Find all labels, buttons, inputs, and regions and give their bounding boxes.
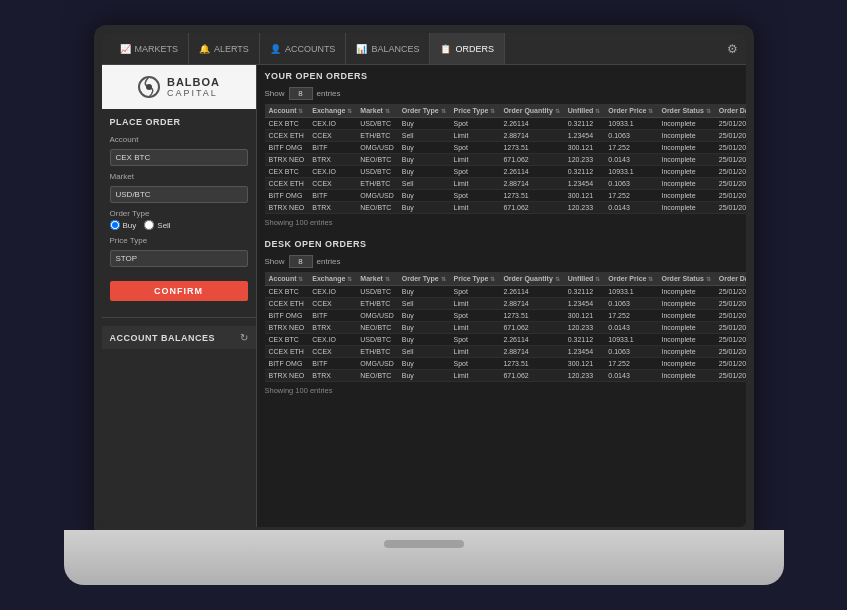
cell-unfilled: 120.233: [564, 202, 605, 214]
cell-date: 25/01/2018: [715, 298, 746, 310]
table-row: BITF OMG BITF OMG/USD Buy Spot 1273.51 3…: [265, 310, 746, 322]
cell-order-type: Sell: [398, 130, 450, 142]
tab-markets[interactable]: 📈 MARKETS: [110, 33, 190, 64]
cell-unfilled: 120.233: [564, 322, 605, 334]
cell-price-type: Spot: [450, 118, 500, 130]
cell-quantity: 2.88714: [499, 178, 563, 190]
account-group: Account CEX BTC: [110, 135, 248, 166]
cell-market: OMG/USD: [356, 310, 397, 322]
cell-status: Incomplete: [657, 370, 714, 382]
desk-entries-input[interactable]: [289, 255, 313, 268]
cell-date: 25/01/2018: [715, 142, 746, 154]
cell-market: USD/BTC: [356, 334, 397, 346]
cell-unfilled: 1.23454: [564, 130, 605, 142]
table-row: CEX BTC CEX.IO USD/BTC Buy Spot 2.26114 …: [265, 334, 746, 346]
refresh-icon[interactable]: ↻: [240, 332, 248, 343]
tab-balances[interactable]: 📊 BALANCES: [346, 33, 430, 64]
account-balances-header: ACCOUNT BALANCES ↻: [102, 326, 256, 349]
desk-orders-table: Account ⇅ Exchange ⇅ Market ⇅ Order Type…: [265, 272, 746, 382]
tab-alerts[interactable]: 🔔 ALERTS: [189, 33, 260, 64]
cell-date: 25/01/2018: [715, 322, 746, 334]
table-row: BTRX NEO BTRX NEO/BTC Buy Limit 671.062 …: [265, 322, 746, 334]
cell-price-type: Spot: [450, 190, 500, 202]
cell-price-type: Spot: [450, 286, 500, 298]
cell-quantity: 1273.51: [499, 358, 563, 370]
laptop-base: [64, 530, 784, 585]
cell-account: CCEX ETH: [265, 130, 309, 142]
cell-order-type: Sell: [398, 346, 450, 358]
cell-unfilled: 300.121: [564, 142, 605, 154]
tab-balances-label: BALANCES: [371, 44, 419, 54]
entries-input[interactable]: [289, 87, 313, 100]
cell-status: Incomplete: [657, 190, 714, 202]
market-label: Market: [110, 172, 248, 181]
cell-unfilled: 120.233: [564, 154, 605, 166]
cell-quantity: 2.88714: [499, 346, 563, 358]
cell-price: 17.252: [604, 358, 657, 370]
cell-exchange: BITF: [308, 190, 356, 202]
cell-price-type: Spot: [450, 334, 500, 346]
sell-radio-label[interactable]: Sell: [144, 220, 170, 230]
sell-radio[interactable]: [144, 220, 154, 230]
tab-orders-label: ORDERS: [455, 44, 494, 54]
right-panel[interactable]: YOUR OPEN ORDERS Show entries Account ⇅ …: [257, 65, 746, 527]
cell-market: NEO/BTC: [356, 322, 397, 334]
cell-order-type: Buy: [398, 154, 450, 166]
buy-radio-label[interactable]: Buy: [110, 220, 137, 230]
cell-unfilled: 0.32112: [564, 118, 605, 130]
cell-price: 10933.1: [604, 286, 657, 298]
account-balances-title: ACCOUNT BALANCES: [110, 333, 216, 343]
cell-price-type: Spot: [450, 310, 500, 322]
cell-date: 25/01/2018: [715, 118, 746, 130]
cell-date: 25/01/2018: [715, 310, 746, 322]
cell-quantity: 2.26114: [499, 334, 563, 346]
accounts-icon: 👤: [270, 44, 281, 54]
desk-col-order-type: Order Type ⇅: [398, 272, 450, 286]
cell-status: Incomplete: [657, 358, 714, 370]
cell-price: 17.252: [604, 310, 657, 322]
table-row: CEX BTC CEX.IO USD/BTC Buy Spot 2.26114 …: [265, 118, 746, 130]
cell-exchange: BITF: [308, 310, 356, 322]
cell-status: Incomplete: [657, 202, 714, 214]
account-select[interactable]: CEX BTC: [110, 149, 248, 166]
open-orders-table: Account ⇅ Exchange ⇅ Market ⇅ Order Type…: [265, 104, 746, 214]
buy-radio[interactable]: [110, 220, 120, 230]
table-row: CCEX ETH CCEX ETH/BTC Sell Limit 2.88714…: [265, 130, 746, 142]
cell-price-type: Limit: [450, 130, 500, 142]
logo-area: BALBOA CAPITAL: [102, 65, 256, 109]
order-type-group: Order Type Buy Sell: [110, 209, 248, 230]
cell-date: 25/01/2018: [715, 154, 746, 166]
show-entries-row: Show entries: [265, 87, 738, 100]
col-quantity: Order Quantity ⇅: [499, 104, 563, 118]
entries-label: entries: [317, 89, 341, 98]
tab-markets-label: MARKETS: [135, 44, 179, 54]
cell-price: 0.0143: [604, 154, 657, 166]
cell-exchange: BTRX: [308, 154, 356, 166]
cell-account: BTRX NEO: [265, 202, 309, 214]
price-type-select[interactable]: STOP: [110, 250, 248, 267]
cell-status: Incomplete: [657, 178, 714, 190]
cell-order-type: Buy: [398, 370, 450, 382]
desk-orders-showing: Showing 100 entries: [265, 386, 738, 395]
cell-exchange: BITF: [308, 142, 356, 154]
market-select[interactable]: USD/BTC: [110, 186, 248, 203]
cell-account: CEX BTC: [265, 118, 309, 130]
sell-label: Sell: [157, 221, 170, 230]
cell-order-type: Buy: [398, 190, 450, 202]
cell-date: 25/01/2018: [715, 370, 746, 382]
cell-exchange: CEX.IO: [308, 118, 356, 130]
cell-exchange: CCEX: [308, 346, 356, 358]
cell-quantity: 671.062: [499, 370, 563, 382]
desk-col-price: Order Price ⇅: [604, 272, 657, 286]
cell-price: 0.0143: [604, 202, 657, 214]
desk-orders-title: DESK OPEN ORDERS: [265, 239, 738, 249]
settings-button[interactable]: ⚙: [727, 42, 738, 56]
tab-orders[interactable]: 📋 ORDERS: [430, 33, 505, 64]
orders-icon: 📋: [440, 44, 451, 54]
cell-order-type: Buy: [398, 334, 450, 346]
confirm-button[interactable]: CONFIRM: [110, 281, 248, 301]
cell-exchange: CCEX: [308, 178, 356, 190]
cell-price-type: Limit: [450, 322, 500, 334]
cell-status: Incomplete: [657, 166, 714, 178]
tab-accounts[interactable]: 👤 ACCOUNTS: [260, 33, 347, 64]
